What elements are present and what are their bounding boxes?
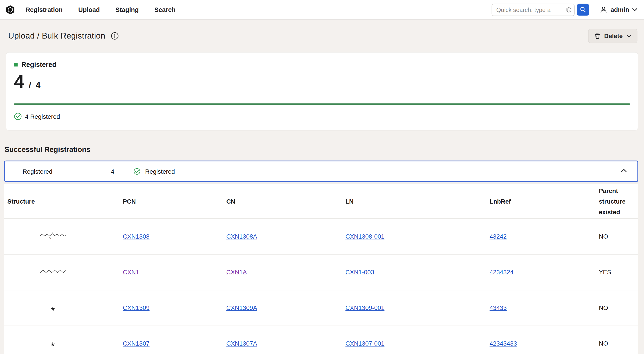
structure-thumbnail[interactable] — [7, 268, 123, 276]
nav-item-search[interactable]: Search — [154, 6, 176, 13]
ln-link[interactable]: CXN1307-001 — [346, 340, 384, 347]
column-header-parent-structure-existed: Parent structure existed — [599, 185, 635, 218]
top-navigation: Registration Upload Staging Search — [0, 0, 644, 20]
svg-text:O: O — [49, 237, 51, 240]
app-logo-icon[interactable] — [5, 4, 16, 15]
trash-icon — [594, 32, 600, 39]
count-divider: / — [29, 80, 31, 90]
ln-link[interactable]: CXN1308-001 — [346, 233, 384, 240]
structure-thumbnail[interactable]: O — [7, 231, 123, 242]
cn-link[interactable]: CXN1309A — [226, 304, 257, 311]
no-structure-asterisk: * — [51, 340, 55, 352]
user-menu[interactable]: admin — [600, 6, 637, 13]
lnbref-link[interactable]: 43433 — [490, 304, 506, 311]
progress-bar — [14, 103, 630, 105]
column-header-ln: LN — [346, 196, 490, 207]
structure-thumbnail[interactable]: * — [7, 337, 123, 350]
cn-link[interactable]: CXN1308A — [226, 233, 257, 240]
summary-status-label: Registered — [21, 61, 56, 68]
lnbref-link[interactable]: 43242 — [490, 233, 506, 240]
lnbref-link[interactable]: 42343433 — [490, 340, 517, 347]
nav-right-group: admin — [492, 3, 637, 16]
chevron-down-icon — [632, 8, 637, 11]
parent-existed-value: NO — [599, 304, 608, 311]
registration-summary-card: Registered 4 / 4 4 Registered — [6, 52, 638, 130]
parent-existed-value: NO — [599, 340, 608, 347]
nav-item-upload[interactable]: Upload — [78, 6, 100, 13]
accordion-label: Registered — [22, 168, 111, 175]
column-header-cn: CN — [226, 196, 345, 207]
info-icon[interactable] — [111, 32, 119, 40]
accordion-count: 4 — [111, 168, 114, 175]
registered-accordion-header[interactable]: Registered 4 Registered — [4, 161, 638, 182]
quick-search-input[interactable] — [492, 3, 575, 16]
chevron-down-icon — [626, 34, 631, 38]
delete-button[interactable]: Delete — [588, 29, 637, 43]
parent-existed-value: NO — [599, 233, 608, 240]
pcn-link[interactable]: CXN1 — [123, 269, 139, 276]
registered-count: 4 — [14, 71, 24, 92]
user-icon — [600, 6, 608, 13]
pcn-link[interactable]: CXN1307 — [123, 340, 150, 347]
main-nav: Registration Upload Staging Search — [26, 6, 176, 13]
structure-thumbnail[interactable]: * — [7, 302, 123, 314]
section-title: Successful Registrations — [4, 145, 644, 154]
quick-search-button[interactable] — [577, 4, 589, 16]
summary-count-row: 4 / 4 — [14, 71, 630, 92]
accordion-status: Registered — [145, 168, 175, 175]
check-circle-icon — [134, 168, 141, 175]
check-circle-icon — [14, 112, 22, 120]
quick-search-wrap — [492, 3, 575, 16]
summary-footer-text: 4 Registered — [25, 113, 60, 120]
app-root: Registration Upload Staging Search — [0, 0, 644, 354]
delete-button-label: Delete — [604, 32, 622, 39]
page-title: Upload / Bulk Registration — [8, 31, 105, 41]
table-row: * CXN1309 CXN1309A CXN1309-001 43433 NO — [4, 290, 638, 326]
chevron-up-icon[interactable] — [621, 169, 627, 173]
pcn-link[interactable]: CXN1308 — [123, 233, 150, 240]
pcn-link[interactable]: CXN1309 — [123, 304, 150, 311]
structure-search-icon[interactable] — [566, 6, 572, 13]
user-name: admin — [610, 6, 629, 13]
no-structure-asterisk: * — [51, 304, 55, 316]
magnifier-icon — [580, 7, 586, 13]
column-header-lnbref: LnbRef — [490, 196, 599, 207]
registrations-table: Structure PCN CN LN LnbRef Parent struct… — [4, 184, 638, 354]
summary-label-row: Registered — [14, 61, 630, 68]
cn-link[interactable]: CXN1A — [226, 269, 247, 276]
ln-link[interactable]: CXN1309-001 — [346, 304, 384, 311]
ln-link[interactable]: CXN1-003 — [346, 269, 374, 276]
table-row: CXN1 CXN1A CXN1-003 4234324 YES — [4, 255, 638, 290]
summary-footer: 4 Registered — [14, 112, 630, 120]
page-header: Upload / Bulk Registration Delete — [0, 20, 644, 50]
column-header-structure: Structure — [7, 196, 123, 207]
parent-existed-value: YES — [599, 269, 611, 276]
table-row: * CXN1307 CXN1307A CXN1307-001 42343433 … — [4, 326, 638, 354]
table-header-row: Structure PCN CN LN LnbRef Parent struct… — [4, 184, 638, 219]
nav-item-staging[interactable]: Staging — [116, 6, 139, 13]
lnbref-link[interactable]: 4234324 — [490, 269, 514, 276]
column-header-pcn: PCN — [123, 196, 226, 207]
table-row: O CXN1308 CXN1308A CXN1308-001 43242 NO — [4, 219, 638, 255]
registered-total: 4 — [36, 80, 40, 90]
green-square-icon — [14, 63, 18, 67]
cn-link[interactable]: CXN1307A — [226, 340, 257, 347]
nav-item-registration[interactable]: Registration — [26, 6, 63, 13]
